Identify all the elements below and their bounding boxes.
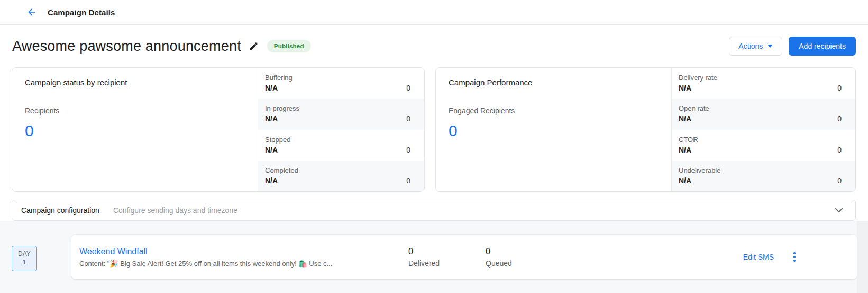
sms-message-card: Weekend Windfall Content: "🎉 Big Sale Al…: [71, 235, 857, 279]
stat-label: Stopped: [265, 136, 416, 144]
stat-label: Open rate: [679, 104, 847, 112]
stat-row-buffering: Buffering N/A 0: [258, 68, 424, 99]
stats-cards-row: Campaign status by recipient Recipients …: [12, 67, 856, 192]
status-card-title: Campaign status by recipient: [25, 78, 245, 87]
message-actions: Edit SMS: [743, 250, 857, 264]
recipients-label: Recipients: [25, 106, 245, 115]
stat-label: Undeliverable: [679, 166, 847, 174]
recipients-value: 0: [25, 122, 245, 140]
stat-label: Buffering: [265, 74, 416, 82]
kebab-menu-icon[interactable]: [791, 250, 798, 264]
stat-label: In progress: [265, 104, 416, 112]
stat-label: CTOR: [679, 136, 847, 144]
stat-count: 0: [406, 84, 416, 92]
top-bar: Campaign Details: [0, 0, 868, 25]
stat-na: N/A: [265, 146, 278, 154]
stat-label: Completed: [265, 166, 416, 174]
stat-row-undeliverable: Undeliverable N/A 0: [672, 161, 855, 191]
campaign-performance-card: Campaign Performance Engaged Recipients …: [435, 67, 856, 192]
stat-label: Delivery rate: [679, 74, 847, 82]
day-column: DAY 1: [12, 235, 71, 293]
day-label: DAY: [18, 250, 31, 258]
stat-count: 0: [406, 176, 416, 185]
delivered-value: 0: [408, 247, 486, 256]
stat-na: N/A: [679, 176, 691, 185]
message-title-link[interactable]: Weekend Windfall: [79, 247, 408, 256]
actions-button-label: Actions: [738, 42, 763, 50]
chevron-down-icon[interactable]: [835, 208, 843, 212]
edit-sms-link[interactable]: Edit SMS: [743, 253, 774, 261]
stat-row-stopped: Stopped N/A 0: [258, 130, 424, 161]
breadcrumb-title: Campaign Details: [48, 8, 115, 17]
stat-na: N/A: [265, 84, 278, 92]
stat-na: N/A: [679, 146, 691, 154]
stat-row-in-progress: In progress N/A 0: [258, 99, 424, 129]
add-recipients-button[interactable]: Add recipients: [789, 37, 856, 56]
stat-count: 0: [837, 176, 847, 185]
status-metric-column: Campaign status by recipient Recipients …: [12, 68, 258, 191]
configuration-title: Campaign configuration: [21, 206, 99, 215]
performance-metric-column: Campaign Performance Engaged Recipients …: [436, 68, 671, 191]
actions-button[interactable]: Actions: [729, 37, 782, 56]
stat-row-ctor: CTOR N/A 0: [672, 130, 855, 161]
message-info: Weekend Windfall Content: "🎉 Big Sale Al…: [79, 247, 408, 268]
status-badge: Published: [267, 40, 311, 52]
performance-card-title: Campaign Performance: [449, 78, 659, 87]
title-row: Awesome pawsome announcement Published A…: [0, 25, 868, 67]
right-gutter: [857, 221, 868, 293]
stat-na: N/A: [679, 114, 691, 123]
stat-row-delivery-rate: Delivery rate N/A 0: [672, 68, 855, 99]
stat-row-completed: Completed N/A 0: [258, 161, 424, 191]
day-number: 1: [22, 258, 26, 267]
stat-na: N/A: [679, 84, 691, 92]
queued-stat: 0 Queued: [486, 247, 743, 268]
stat-na: N/A: [265, 114, 278, 123]
queued-value: 0: [486, 247, 743, 256]
caret-down-icon: [768, 45, 773, 48]
status-rows: Buffering N/A 0 In progress N/A 0 Stoppe…: [258, 68, 424, 191]
stat-count: 0: [837, 146, 847, 154]
delivered-stat: 0 Delivered: [408, 247, 486, 268]
edit-pencil-icon[interactable]: [249, 41, 259, 51]
campaign-status-card: Campaign status by recipient Recipients …: [12, 67, 425, 192]
campaign-configuration-bar[interactable]: Campaign configuration Configure sending…: [12, 200, 856, 221]
page-title: Awesome pawsome announcement: [12, 38, 241, 55]
stat-count: 0: [837, 84, 847, 92]
configuration-subtitle: Configure sending days and timezone: [113, 206, 237, 215]
campaign-days-section: DAY 1 Weekend Windfall Content: "🎉 Big S…: [0, 221, 868, 293]
stat-count: 0: [406, 114, 416, 123]
queued-label: Queued: [486, 259, 743, 268]
stat-row-open-rate: Open rate N/A 0: [672, 99, 855, 129]
stat-na: N/A: [265, 176, 278, 185]
back-arrow-icon[interactable]: [24, 5, 39, 20]
performance-rows: Delivery rate N/A 0 Open rate N/A 0 CTOR…: [671, 68, 855, 191]
delivered-label: Delivered: [408, 259, 486, 268]
stat-count: 0: [837, 114, 847, 123]
engaged-recipients-value: 0: [449, 122, 659, 140]
message-content-preview: Content: "🎉 Big Sale Alert! Get 25% off …: [79, 260, 408, 268]
day-1-box: DAY 1: [12, 246, 37, 271]
stat-count: 0: [406, 146, 416, 154]
engaged-recipients-label: Engaged Recipients: [449, 106, 659, 115]
